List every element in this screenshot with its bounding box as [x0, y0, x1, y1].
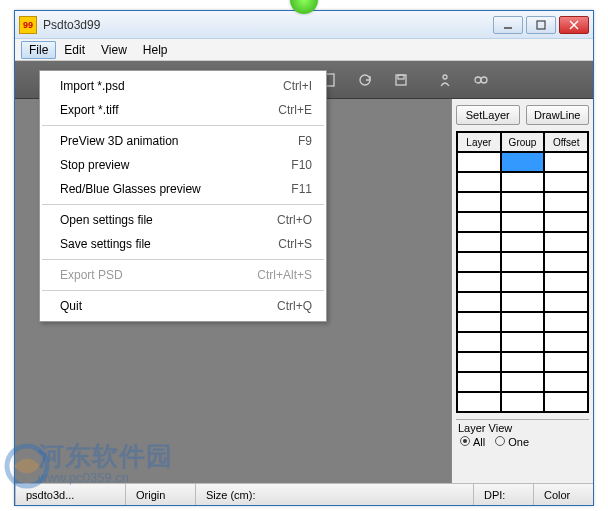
maximize-button[interactable] [526, 16, 556, 34]
link-icon[interactable] [471, 70, 491, 90]
close-button[interactable] [559, 16, 589, 34]
table-row[interactable] [457, 252, 588, 272]
status-file: psdto3d... [15, 484, 125, 505]
menu-file[interactable]: File [21, 41, 56, 59]
status-bar: psdto3d... Origin Size (cm): DPI: Color [15, 483, 593, 505]
app-icon: 99 [19, 16, 37, 34]
table-row[interactable] [457, 232, 588, 252]
menu-separator [42, 259, 324, 260]
menu-bar: File Edit View Help [15, 39, 593, 61]
svg-rect-1 [537, 21, 545, 29]
table-row[interactable] [457, 212, 588, 232]
menu-view[interactable]: View [93, 41, 135, 59]
table-row[interactable] [457, 372, 588, 392]
refresh-icon[interactable] [355, 70, 375, 90]
menu-separator [42, 125, 324, 126]
table-row[interactable] [457, 272, 588, 292]
right-panel: SetLayer DrawLine Layer Group Offset [451, 99, 593, 483]
menu-export-tiff[interactable]: Export *.tiffCtrl+E [40, 98, 326, 122]
menu-quit[interactable]: QuitCtrl+Q [40, 294, 326, 318]
table-header: Layer Group Offset [457, 132, 588, 152]
table-row[interactable] [457, 352, 588, 372]
menu-stop-preview[interactable]: Stop previewF10 [40, 153, 326, 177]
menu-help[interactable]: Help [135, 41, 176, 59]
status-origin: Origin [125, 484, 195, 505]
file-menu-dropdown: Import *.psdCtrl+I Export *.tiffCtrl+E P… [39, 70, 327, 322]
layer-table: Layer Group Offset [456, 131, 589, 413]
table-row[interactable] [457, 332, 588, 352]
window-title: Psdto3d99 [43, 18, 493, 32]
svg-point-10 [481, 77, 487, 83]
radio-all[interactable]: All [460, 436, 485, 448]
status-dpi: DPI: [473, 484, 533, 505]
svg-point-9 [475, 77, 481, 83]
col-group: Group [501, 132, 545, 152]
main-window: 99 Psdto3d99 File Edit View Help SetLaye… [14, 10, 594, 506]
layer-view-title: Layer View [456, 422, 589, 434]
table-row[interactable] [457, 292, 588, 312]
title-bar: 99 Psdto3d99 [15, 11, 593, 39]
table-row[interactable] [457, 152, 588, 172]
col-layer: Layer [457, 132, 501, 152]
radio-one[interactable]: One [495, 436, 529, 448]
layer-view-section: Layer View All One [456, 419, 589, 450]
menu-export-psd: Export PSDCtrl+Alt+S [40, 263, 326, 287]
selected-cell[interactable] [501, 152, 545, 172]
menu-open-settings[interactable]: Open settings fileCtrl+O [40, 208, 326, 232]
table-row[interactable] [457, 192, 588, 212]
menu-edit[interactable]: Edit [56, 41, 93, 59]
save-icon[interactable] [391, 70, 411, 90]
menu-separator [42, 290, 324, 291]
menu-redblue-preview[interactable]: Red/Blue Glasses previewF11 [40, 177, 326, 201]
svg-point-8 [443, 75, 447, 79]
menu-save-settings[interactable]: Save settings fileCtrl+S [40, 232, 326, 256]
col-offset: Offset [544, 132, 588, 152]
person-icon[interactable] [435, 70, 455, 90]
status-color: Color [533, 484, 593, 505]
tab-drawline[interactable]: DrawLine [526, 105, 590, 125]
status-size: Size (cm): [195, 484, 473, 505]
minimize-button[interactable] [493, 16, 523, 34]
menu-preview-3d[interactable]: PreView 3D animationF9 [40, 129, 326, 153]
table-row[interactable] [457, 312, 588, 332]
tab-setlayer[interactable]: SetLayer [456, 105, 520, 125]
table-row[interactable] [457, 172, 588, 192]
menu-import-psd[interactable]: Import *.psdCtrl+I [40, 74, 326, 98]
menu-separator [42, 204, 324, 205]
table-row[interactable] [457, 392, 588, 412]
svg-rect-7 [398, 75, 404, 79]
